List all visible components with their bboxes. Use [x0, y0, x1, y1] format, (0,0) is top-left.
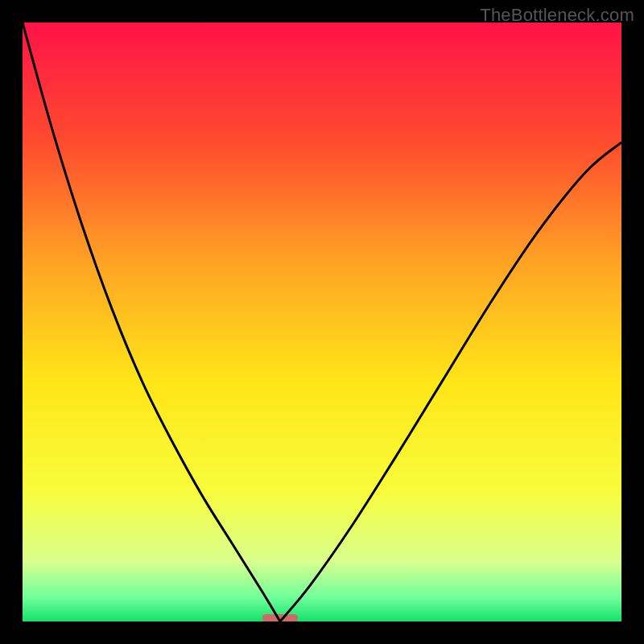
chart-frame: TheBottleneck.com: [0, 0, 644, 644]
chart-svg: [23, 23, 621, 621]
plot-area: [23, 23, 621, 621]
gradient-background: [23, 23, 621, 621]
